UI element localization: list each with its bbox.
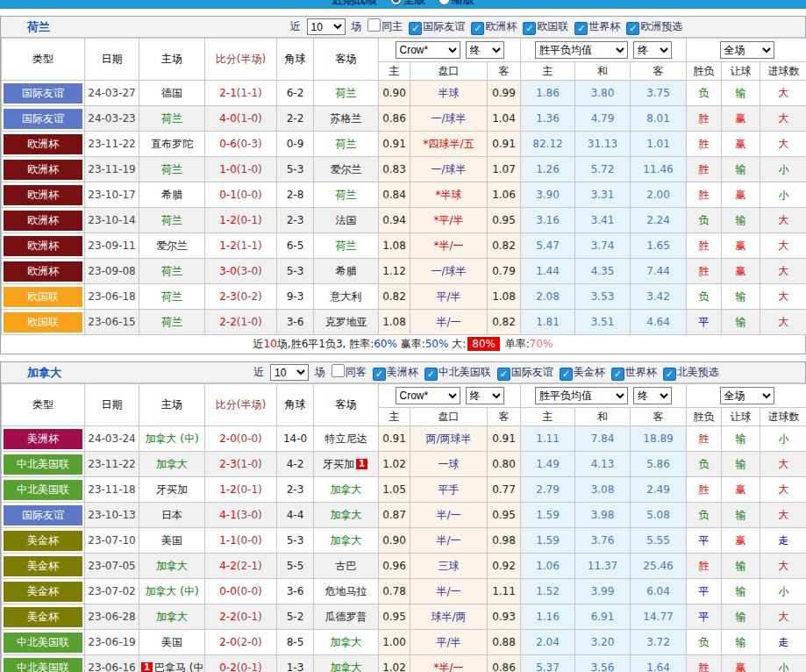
cell-avg-home: 3.90 (521, 182, 575, 208)
avg-time-select[interactable]: 终 (633, 387, 672, 404)
competition-checkbox[interactable]: ✓ (497, 368, 510, 381)
result-label: 大 (779, 483, 789, 496)
sub-goals: 进球数 (760, 408, 806, 426)
cell-away-odds: 0.79 (488, 259, 521, 284)
recent-count-select[interactable]: 10 (307, 18, 346, 35)
cell-home-odds: 0.90 (379, 81, 410, 106)
cell-result: 负 (687, 503, 722, 528)
result-label: 输 (736, 611, 746, 623)
bookmaker-select[interactable]: Crow* (396, 387, 460, 404)
cell-corner: 5-5 (277, 554, 314, 579)
cell-corner: 2-3 (277, 477, 314, 503)
bookmaker-select[interactable]: Crow* (396, 41, 460, 59)
team-label: 瓜德罗普 (325, 611, 367, 623)
cell-competition: 国际友谊 (2, 503, 85, 528)
competition-checkbox[interactable]: ✓ (663, 368, 676, 381)
scope-select[interactable]: 全场 (720, 387, 774, 404)
full-version-radio[interactable] (390, 0, 402, 5)
competition-checkbox[interactable]: ✓ (574, 22, 588, 35)
cell-home-team: 加拿大 (139, 604, 205, 630)
competition-badge: 中北美国联 (4, 633, 82, 653)
match-row: 国际友谊23-10-13日本4-1(3-0)4-4加拿大0.87半/一0.951… (2, 503, 806, 528)
cell-home-odds: 0.82 (379, 284, 410, 310)
compact-version-radio[interactable] (439, 0, 450, 5)
cell-home-team: 荷兰 (139, 106, 205, 132)
cell-avg-away: 5.08 (631, 503, 687, 528)
competition-checkbox[interactable]: ✓ (611, 368, 624, 381)
col-score: 比分(半场) (205, 39, 277, 81)
competition-badge: 欧洲杯 (4, 134, 82, 154)
cell-avg-home: 1.81 (521, 310, 575, 335)
cell-avg-home: 1.36 (521, 106, 575, 132)
result-label: 输 (736, 163, 746, 175)
result-label: 大 (779, 87, 789, 99)
cell-home-team: 荷兰 (139, 208, 205, 233)
cell-avg-draw: 4.13 (575, 452, 631, 477)
team-label: 荷兰 (161, 214, 182, 226)
cell-away-odds: 0.86 (488, 655, 521, 672)
team-label: 直布罗陀 (151, 138, 193, 150)
cell-avg-home: 3.16 (521, 208, 575, 233)
competition-label: 欧洲预选 (640, 20, 682, 32)
result-label: 负 (699, 214, 710, 226)
odds-time-select[interactable]: 终 (466, 387, 504, 404)
competition-checkbox[interactable]: ✓ (424, 368, 438, 381)
halftime-score: (1-0) (237, 458, 262, 470)
cell-home-team: 荷兰 (139, 310, 205, 335)
cell-home-odds: 1.05 (379, 477, 410, 503)
competition-badge: 欧洲杯 (4, 236, 82, 256)
competition-checkbox[interactable]: ✓ (626, 22, 639, 35)
cell-goals-result: 大 (760, 284, 806, 310)
same-venue-checkbox[interactable] (332, 364, 345, 377)
odds-time-select[interactable]: 终 (466, 41, 504, 59)
scope-group-header: 全场 (687, 39, 806, 62)
cell-competition: 欧国联 (2, 284, 85, 310)
cell-avg-home: 1.06 (521, 554, 575, 579)
recent-count-select[interactable]: 10 (270, 364, 309, 381)
fulltime-score: 4-1 (219, 509, 237, 521)
cell-handicap-result: 输 (722, 503, 760, 528)
fulltime-score: 2-0 (219, 433, 237, 445)
avg-select[interactable]: 胜平负均值 (535, 387, 628, 404)
cell-competition: 国际友谊 (2, 81, 85, 106)
cell-home-odds: 1.02 (379, 655, 410, 672)
team-section: 荷兰近 10 场同主✓国际友谊✓欧洲杯✓欧国联✓世界杯✓欧洲预选类型日期主场比分… (0, 16, 806, 354)
same-venue-checkbox[interactable] (367, 18, 381, 32)
cell-score: 4-1(3-0) (205, 503, 277, 528)
cell-handicap: *半/一 (410, 233, 488, 259)
avg-time-select[interactable]: 终 (633, 41, 672, 59)
cell-home-odds: 0.86 (379, 106, 410, 132)
cell-home-team: 加拿大 (139, 554, 205, 579)
result-label: 胜 (699, 560, 710, 572)
competition-checkbox[interactable]: ✓ (560, 368, 573, 381)
competition-badge: 美洲杯 (4, 429, 82, 449)
match-row: 欧国联23-06-15荷兰2-2(1-0)3-6克罗地亚1.08半/一0.821… (2, 310, 806, 335)
same-venue-label: 同客 (346, 366, 367, 378)
competition-badge: 国际友谊 (4, 109, 82, 129)
scope-select[interactable]: 全场 (720, 41, 774, 59)
cell-home-odds: 0.87 (379, 503, 410, 528)
avg-select[interactable]: 胜平负均值 (535, 41, 628, 59)
result-label: 平 (699, 611, 710, 623)
cell-result: 胜 (687, 106, 722, 132)
cell-goals-result: 大 (760, 503, 806, 528)
cell-avg-away: 3.42 (631, 284, 687, 310)
result-label: 胜 (699, 239, 710, 252)
handicap-value: *半球 (436, 189, 462, 201)
games-label: 场 (348, 20, 362, 32)
competition-checkbox[interactable]: ✓ (373, 368, 386, 381)
cell-away-odds: 1.07 (488, 157, 521, 182)
team-label: 加拿大 (331, 509, 362, 521)
cell-home-team: 爱尔兰 (139, 233, 205, 259)
competition-checkbox[interactable]: ✓ (523, 22, 536, 35)
summary-part: 近 (253, 338, 264, 350)
cell-avg-draw: 3.56 (575, 655, 631, 672)
cell-away-odds: 0.98 (488, 528, 521, 554)
result-label: 输 (736, 636, 746, 648)
competition-checkbox[interactable]: ✓ (471, 22, 484, 35)
cell-avg-draw: 7.84 (575, 426, 631, 452)
fulltime-score: 4-0 (219, 112, 237, 125)
competition-checkbox[interactable]: ✓ (409, 22, 422, 35)
cell-handicap-result: 输 (722, 310, 760, 335)
cell-avg-away: 1.01 (631, 132, 687, 157)
